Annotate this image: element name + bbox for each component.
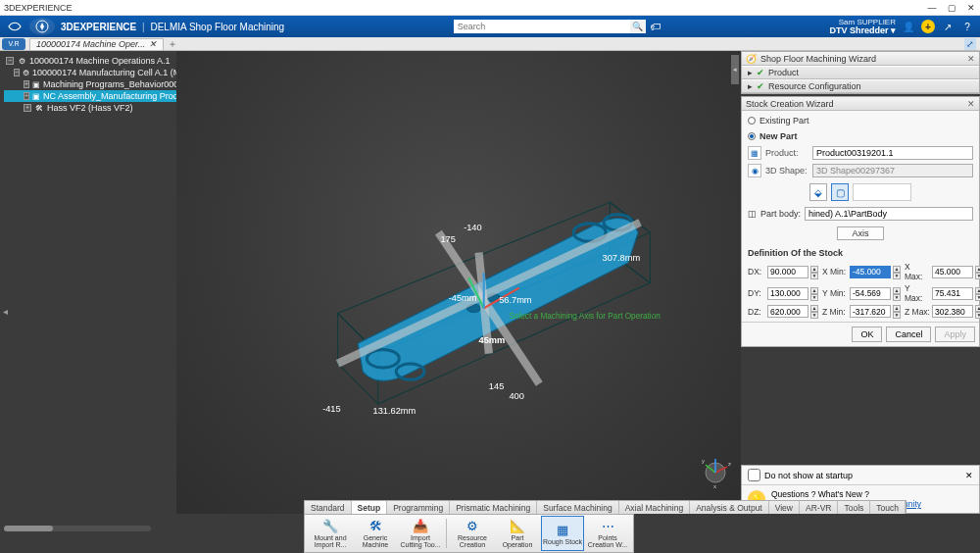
stock-title: Stock Creation Wizard (746, 99, 834, 109)
spinner[interactable]: ▲▼ (810, 305, 818, 318)
svg-text:400: 400 (509, 391, 523, 401)
ymin-field[interactable] (850, 287, 891, 300)
share-icon[interactable]: ↗ (941, 20, 955, 33)
actionbar-tab[interactable]: Analysis & Output (690, 501, 769, 514)
stock-mode-rough-icon[interactable]: ⬙ (809, 183, 827, 201)
spinner[interactable]: ▲▼ (810, 287, 818, 300)
help-icon[interactable]: ? (960, 20, 974, 33)
actionbar-tab[interactable]: Touch (870, 501, 906, 514)
spinner[interactable]: ▲▼ (975, 305, 980, 318)
radio-icon[interactable] (748, 132, 756, 140)
actionbar-tab[interactable]: Setup (352, 501, 388, 514)
xmin-field[interactable] (850, 266, 891, 278)
tree-root[interactable]: − ⚙ 100000174 Machine Operations A.1 (4, 55, 176, 67)
tree-collapse-icon[interactable]: − (14, 69, 20, 76)
vr-chip[interactable]: V.R (2, 38, 25, 50)
actionbar-tab[interactable]: Surface Machining (537, 501, 618, 514)
zmax-field[interactable] (932, 305, 973, 318)
actionbar-tab[interactable]: Prismatic Machining (450, 501, 537, 514)
search-input[interactable] (454, 20, 630, 33)
tree-item[interactable]: + ▣ Machining Programs_Behavior0000… (4, 78, 176, 90)
tool-icon: 🛠 (369, 519, 382, 533)
panel-close-icon[interactable]: ✕ (967, 54, 975, 64)
app-header: 3DEXPERIENCE | DELMIA Shop Floor Machini… (0, 16, 980, 37)
tree-expand-icon[interactable]: + (24, 104, 31, 112)
radio-new-part[interactable]: New Part (748, 130, 973, 142)
svg-text:-140: -140 (464, 223, 482, 232)
actionbar-tool[interactable]: 📥Import Cutting Too... (399, 516, 442, 551)
spinner[interactable]: ▲▼ (893, 305, 901, 318)
spinner[interactable]: ▲▼ (893, 266, 901, 278)
spinner[interactable]: ▲▼ (893, 287, 901, 300)
dx-field[interactable] (767, 266, 808, 278)
maximize-icon[interactable]: ▢ (947, 3, 956, 13)
viewport-3d[interactable]: -140 175 -415 400 307.8mm -45mm 56.7mm 4… (176, 51, 741, 514)
tree-expand-icon[interactable]: + (24, 92, 29, 100)
wizard-section-resource[interactable]: ▸ ✔ Resource Configuration (742, 79, 979, 93)
panel-collapse-left-icon[interactable]: ◂ (0, 302, 10, 320)
partbody-field[interactable] (805, 207, 973, 221)
tool-icon: ▦ (557, 523, 568, 537)
cancel-button[interactable]: Cancel (886, 327, 931, 342)
avatar-icon[interactable]: 👤 (902, 20, 915, 33)
ymax-field[interactable] (932, 287, 973, 300)
tree-collapse-icon[interactable]: − (6, 57, 14, 65)
view-compass-icon[interactable]: z y x (696, 451, 735, 490)
actionbar-tab[interactable]: Programming (387, 501, 450, 514)
tree-expand-icon[interactable]: + (24, 80, 29, 88)
actionbar-tab[interactable]: View (769, 501, 800, 514)
actionbar-tool[interactable]: 🛠Generic Machine (354, 516, 397, 551)
actionbar-tool[interactable]: ⚙Resource Creation (451, 516, 494, 551)
radio-existing-part[interactable]: Existing Part (748, 115, 973, 126)
hint-checkbox[interactable] (748, 469, 760, 481)
dz-field[interactable] (767, 305, 808, 318)
actionbar-tab[interactable]: AR-VR (800, 501, 838, 514)
close-icon[interactable]: ✕ (966, 3, 976, 13)
svg-marker-1 (40, 23, 44, 30)
minimize-icon[interactable]: — (927, 3, 937, 13)
svg-text:x: x (713, 483, 716, 489)
tool-icon: ⋯ (602, 519, 614, 533)
zmin-field[interactable] (850, 305, 891, 318)
tab-add-icon[interactable]: ＋ (168, 37, 177, 51)
stock-mode-box-icon[interactable]: ▢ (831, 183, 849, 201)
tree-item-selected[interactable]: + ▣ NC Assembly_Manufacturing Produ… (4, 90, 176, 102)
document-tab[interactable]: 100000174 Machine Oper...✕ (29, 38, 164, 50)
apply-button[interactable]: Apply (935, 327, 975, 342)
expand-viewport-icon[interactable]: ⤢ (964, 38, 976, 50)
spinner[interactable]: ▲▼ (810, 266, 818, 278)
tab-close-icon[interactable]: ✕ (149, 39, 157, 49)
tree-scrollbar[interactable] (4, 526, 151, 531)
actionbar-tool[interactable]: 📐Part Operation (496, 516, 539, 551)
wizard-section-product[interactable]: ▸ ✔ Product (742, 66, 979, 79)
panel-close-icon[interactable]: ✕ (967, 99, 975, 109)
product-field[interactable] (812, 146, 973, 160)
spinner[interactable]: ▲▼ (975, 266, 980, 278)
panel-close-icon[interactable]: ✕ (965, 471, 973, 480)
actionbar-tab[interactable]: Tools (838, 501, 870, 514)
gear-icon: ⚙ (17, 56, 26, 66)
tag-icon[interactable]: 🏷 (650, 21, 661, 32)
dy-field[interactable] (767, 287, 808, 300)
actionbar-tool[interactable]: 🔧Mount and Import R... (309, 516, 352, 551)
add-icon[interactable]: + (921, 20, 935, 33)
xmax-field[interactable] (932, 266, 973, 278)
radio-icon[interactable] (748, 117, 756, 125)
user-block[interactable]: Sam SUPPLIER DTV Shredder ▾ (829, 19, 896, 35)
tree-item[interactable]: + 🛠 Hass VF2 (Hass VF2) (4, 102, 176, 114)
ok-button[interactable]: OK (852, 327, 882, 342)
compass-icon[interactable] (29, 18, 55, 35)
actionbar-tab[interactable]: Axial Machining (619, 501, 691, 514)
tree-item[interactable]: − ⚙ 100000174 Manufacturing Cell A.1 (Ma… (4, 67, 176, 78)
feature-tree[interactable]: − ⚙ 100000174 Machine Operations A.1 − ⚙… (4, 55, 176, 114)
cube-icon: ▣ (32, 79, 40, 89)
search-button[interactable]: 🔍 (630, 20, 646, 33)
axis-button[interactable]: Axis (837, 226, 884, 240)
actionbar-tab[interactable]: Standard (305, 501, 352, 514)
actionbar-tool[interactable]: ⋯Points Creation W... (586, 516, 629, 551)
wizard-panel: 🧭 Shop Floor Machining Wizard ✕ ▸ ✔ Prod… (741, 51, 980, 94)
actionbar-tool[interactable]: ▦Rough Stock (541, 516, 584, 551)
spinner[interactable]: ▲▼ (975, 287, 980, 300)
ds-logo-icon[interactable] (6, 18, 24, 35)
sidebar-toggle-icon[interactable]: ◂ (731, 55, 739, 84)
